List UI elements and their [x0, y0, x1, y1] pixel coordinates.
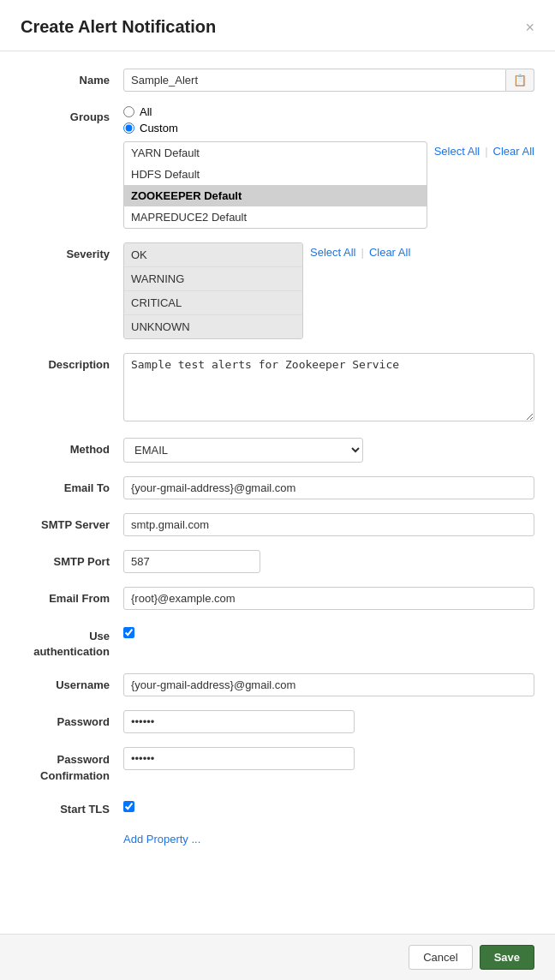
- save-button[interactable]: Save: [480, 945, 534, 970]
- smtp-port-row: SMTP Port: [21, 550, 534, 573]
- dialog-footer: Cancel Save: [0, 934, 555, 980]
- severity-label: Severity: [21, 242, 123, 260]
- smtp-port-label: SMTP Port: [21, 550, 123, 568]
- email-from-control: [123, 587, 534, 610]
- groups-radio-custom-label: Custom: [140, 122, 178, 134]
- username-control: [123, 673, 534, 696]
- start-tls-row: Start TLS: [21, 798, 534, 816]
- start-tls-control: [123, 798, 534, 812]
- close-button[interactable]: ×: [525, 20, 534, 35]
- use-auth-label: Use authentication: [21, 624, 123, 660]
- email-to-row: Email To: [21, 476, 534, 499]
- description-control: Sample test alerts for Zookeeper Service: [123, 353, 534, 424]
- email-from-input[interactable]: [123, 587, 534, 610]
- email-to-label: Email To: [21, 476, 123, 494]
- description-textarea[interactable]: Sample test alerts for Zookeeper Service: [123, 353, 534, 421]
- groups-radio-all-input[interactable]: [123, 106, 134, 117]
- create-alert-dialog: Create Alert Notification × Name 📋 Group…: [0, 0, 555, 980]
- groups-clear-all-button[interactable]: Clear All: [493, 143, 534, 159]
- name-input-wrap: 📋: [123, 69, 534, 92]
- groups-label: Groups: [21, 105, 123, 123]
- add-property-link[interactable]: Add Property ...: [123, 829, 200, 849]
- groups-listbox: YARN Default HDFS Default ZOOKEEPER Defa…: [123, 141, 427, 229]
- add-property-control: Add Property ...: [123, 829, 534, 849]
- email-to-control: [123, 476, 534, 499]
- password-confirm-row: PasswordConfirmation: [21, 747, 534, 783]
- list-item[interactable]: CRITICAL: [124, 291, 302, 315]
- severity-listbox: OK WARNING CRITICAL UNKNOWN: [123, 242, 303, 339]
- method-control: EMAIL SNMP PAGERDUTY: [123, 438, 534, 463]
- name-row: Name 📋: [21, 69, 534, 92]
- groups-container: YARN Default HDFS Default ZOOKEEPER Defa…: [123, 141, 534, 229]
- dialog-title: Create Alert Notification: [21, 17, 216, 37]
- smtp-server-control: [123, 513, 534, 536]
- name-label: Name: [21, 69, 123, 87]
- username-label: Username: [21, 673, 123, 691]
- smtp-server-label: SMTP Server: [21, 513, 123, 531]
- groups-select-all-button[interactable]: Select All: [434, 143, 480, 159]
- groups-radio-custom-input[interactable]: [123, 122, 134, 134]
- list-item[interactable]: YARN Default: [124, 142, 427, 164]
- groups-radio-all-label: All: [140, 105, 152, 118]
- method-label: Method: [21, 438, 123, 456]
- groups-radio-group: All Custom: [123, 105, 534, 134]
- start-tls-checkbox-row: [123, 798, 534, 812]
- password-control: [123, 710, 534, 733]
- start-tls-checkbox[interactable]: [123, 801, 134, 812]
- add-property-spacer: [21, 829, 123, 834]
- list-item[interactable]: UNKNOWN: [124, 315, 302, 338]
- name-control: 📋: [123, 69, 534, 92]
- list-item[interactable]: OK: [124, 243, 302, 267]
- smtp-server-input[interactable]: [123, 513, 534, 536]
- groups-separator: |: [485, 145, 487, 158]
- dialog-body: Name 📋 Groups All Custom: [0, 51, 555, 931]
- cancel-button[interactable]: Cancel: [409, 945, 472, 970]
- groups-control: All Custom YARN Default HDFS Default ZOO…: [123, 105, 534, 229]
- groups-actions: Select All | Clear All: [434, 141, 534, 159]
- groups-row: Groups All Custom YARN Default HDFS D: [21, 105, 534, 229]
- username-input[interactable]: [123, 673, 534, 696]
- severity-select-all-button[interactable]: Select All: [310, 244, 355, 260]
- list-item[interactable]: WARNING: [124, 267, 302, 291]
- email-to-input[interactable]: [123, 476, 534, 499]
- severity-actions: Select All | Clear All: [310, 242, 410, 260]
- password-label: Password: [21, 710, 123, 728]
- password-row: Password: [21, 710, 534, 733]
- description-label: Description: [21, 353, 123, 371]
- smtp-port-input[interactable]: [123, 550, 260, 573]
- name-input[interactable]: [123, 69, 506, 92]
- severity-container: OK WARNING CRITICAL UNKNOWN Select All |…: [123, 242, 534, 339]
- username-row: Username: [21, 673, 534, 696]
- password-confirm-control: [123, 747, 534, 770]
- password-confirm-label: PasswordConfirmation: [21, 747, 123, 783]
- method-row: Method EMAIL SNMP PAGERDUTY: [21, 438, 534, 463]
- use-auth-control: [123, 624, 534, 638]
- add-property-row: Add Property ...: [21, 829, 534, 849]
- groups-radio-custom[interactable]: Custom: [123, 122, 534, 134]
- smtp-port-control: [123, 550, 534, 573]
- name-icon[interactable]: 📋: [506, 69, 534, 92]
- start-tls-label: Start TLS: [21, 798, 123, 816]
- severity-control: OK WARNING CRITICAL UNKNOWN Select All |…: [123, 242, 534, 339]
- description-row: Description Sample test alerts for Zooke…: [21, 353, 534, 424]
- smtp-server-row: SMTP Server: [21, 513, 534, 536]
- use-auth-checkbox[interactable]: [123, 627, 134, 638]
- password-input[interactable]: [123, 710, 355, 733]
- severity-row: Severity OK WARNING CRITICAL UNKNOWN Sel…: [21, 242, 534, 339]
- list-item[interactable]: HDFS Default: [124, 164, 427, 185]
- method-select[interactable]: EMAIL SNMP PAGERDUTY: [123, 438, 363, 463]
- severity-clear-all-button[interactable]: Clear All: [369, 244, 410, 260]
- use-auth-row: Use authentication: [21, 624, 534, 660]
- groups-radio-all[interactable]: All: [123, 105, 534, 118]
- email-from-row: Email From: [21, 587, 534, 610]
- severity-separator: |: [361, 246, 363, 259]
- list-item[interactable]: MAPREDUCE2 Default: [124, 206, 427, 228]
- use-auth-checkbox-row: [123, 624, 534, 638]
- password-confirm-input[interactable]: [123, 747, 355, 770]
- email-from-label: Email From: [21, 587, 123, 605]
- dialog-header: Create Alert Notification ×: [0, 0, 555, 51]
- list-item[interactable]: ZOOKEEPER Default: [124, 185, 427, 206]
